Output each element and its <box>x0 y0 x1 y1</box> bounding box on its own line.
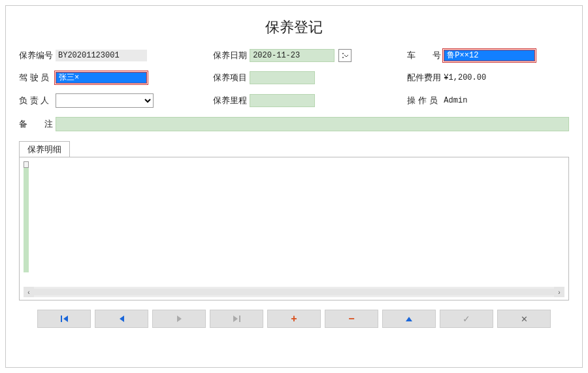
last-icon-tri <box>233 316 238 322</box>
item-field[interactable] <box>250 71 315 84</box>
page-title: 保养登记 <box>19 18 569 37</box>
last-icon <box>239 316 240 322</box>
svg-point-0 <box>342 53 344 54</box>
plate-label: 车 号 <box>407 50 444 61</box>
form-row-2: 驾 驶 员 张三× 保养项目 配件费用 ¥1,200.00 <box>19 71 569 84</box>
mileage-field[interactable] <box>250 94 315 107</box>
next-icon <box>177 316 182 322</box>
operator-label: 操 作 员 <box>407 95 444 106</box>
maintenance-form-window: 保养登记 保养编号 BY20201123001 保养日期 2020-11-23 … <box>5 5 583 368</box>
add-icon: + <box>291 313 297 325</box>
nav-delete-button[interactable]: − <box>325 310 378 328</box>
plate-field[interactable]: 鲁P××12 <box>444 50 535 61</box>
confirm-icon: ✓ <box>463 314 470 324</box>
maint-no-field[interactable]: BY20201123001 <box>56 50 147 61</box>
grid-selection-bar <box>24 168 29 272</box>
first-icon-tri <box>63 316 68 322</box>
driver-field[interactable]: 张三× <box>56 72 147 84</box>
nav-first-button[interactable] <box>37 310 91 328</box>
nav-cancel-button[interactable]: ✕ <box>497 310 551 328</box>
date-picker-button[interactable] <box>338 49 351 62</box>
driver-label: 驾 驶 员 <box>19 72 56 84</box>
detail-grid[interactable]: ‹ › <box>19 157 569 300</box>
form-row-remark: 备 注 <box>19 117 569 131</box>
scroll-right-button[interactable]: › <box>554 287 564 297</box>
maint-date-field[interactable]: 2020-11-23 <box>250 49 335 62</box>
nav-prev-button[interactable] <box>95 310 148 328</box>
nav-add-button[interactable]: + <box>267 310 321 328</box>
chevron-down-icon <box>342 52 348 59</box>
scroll-track[interactable] <box>34 289 554 295</box>
parts-fee-value: ¥1,200.00 <box>444 73 486 82</box>
scroll-left-button[interactable]: ‹ <box>24 287 34 297</box>
nav-confirm-button[interactable]: ✓ <box>440 310 493 328</box>
prev-icon <box>120 316 124 322</box>
cancel-icon: ✕ <box>521 314 528 324</box>
responsible-select[interactable] <box>56 93 154 108</box>
operator-value: Admin <box>444 96 467 105</box>
first-icon <box>61 316 62 322</box>
parts-fee-label: 配件费用 <box>407 72 444 84</box>
remark-field[interactable] <box>56 117 569 131</box>
maint-no-label: 保养编号 <box>19 50 56 61</box>
responsible-label: 负 责 人 <box>19 95 56 106</box>
edit-icon <box>406 317 412 321</box>
nav-edit-button[interactable] <box>382 310 436 328</box>
delete-icon: − <box>348 313 354 325</box>
mileage-label: 保养里程 <box>213 95 250 106</box>
record-navigator: + − ✓ ✕ <box>19 307 569 331</box>
maint-date-label: 保养日期 <box>213 50 250 61</box>
remark-label: 备 注 <box>19 118 56 130</box>
form-row-3: 负 责 人 保养里程 操 作 员 Admin <box>19 93 569 108</box>
item-label: 保养项目 <box>213 72 250 84</box>
tab-detail[interactable]: 保养明细 <box>19 141 70 157</box>
form-row-1: 保养编号 BY20201123001 保养日期 2020-11-23 车 号 鲁… <box>19 49 569 62</box>
detail-grid-inner <box>24 161 564 285</box>
detail-tabs: 保养明细 ‹ › <box>19 140 569 300</box>
svg-point-1 <box>342 57 344 58</box>
nav-next-button[interactable] <box>152 310 206 328</box>
grid-hscrollbar[interactable]: ‹ › <box>24 287 564 297</box>
grid-col-header[interactable] <box>24 161 29 168</box>
nav-last-button[interactable] <box>210 310 263 328</box>
